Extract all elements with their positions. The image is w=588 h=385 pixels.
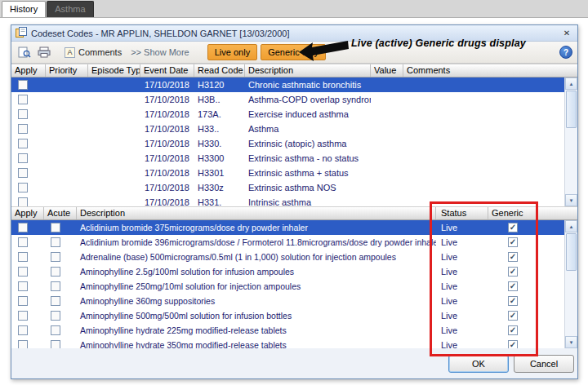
filler-cell <box>537 294 564 308</box>
status-cell: Live <box>436 264 488 279</box>
acute-checkbox[interactable] <box>51 311 60 321</box>
apply-checkbox[interactable] <box>18 267 28 277</box>
drug-row[interactable]: Aclidinium bromide 375micrograms/dose dr… <box>11 220 564 235</box>
description-cell: Aminophylline 500mg/500ml solution for i… <box>77 308 436 323</box>
drug-row[interactable]: Aminophylline hydrate 350mg modified-rel… <box>11 338 564 348</box>
code-row[interactable]: 17/10/2018H3120Chronic asthmatic bronchi… <box>11 77 564 92</box>
drugs-scrollbar[interactable]: ▲ ▼ <box>564 220 577 348</box>
apply-checkbox[interactable] <box>18 325 28 335</box>
scroll-up-icon[interactable]: ▲ <box>565 220 577 232</box>
apply-checkbox[interactable] <box>18 80 28 90</box>
show-more-button[interactable]: >> Show More <box>131 47 189 57</box>
close-icon[interactable]: ✕ <box>560 29 573 38</box>
column-header-generic[interactable]: Generic <box>488 207 537 219</box>
apply-checkbox[interactable] <box>18 124 28 134</box>
generic-checkbox[interactable]: ✓ <box>508 340 518 348</box>
column-header-description[interactable]: Description <box>77 207 436 219</box>
code-row[interactable]: 17/10/2018H3B..Asthma-COPD overlap syndr… <box>11 92 564 107</box>
drug-row[interactable]: Aminophylline 250mg/10ml solution for in… <box>11 279 564 294</box>
apply-checkbox[interactable] <box>18 139 28 148</box>
code-row[interactable]: 17/10/2018173A.Exercise induced asthma <box>11 107 564 122</box>
acute-checkbox[interactable] <box>51 267 60 277</box>
priority-cell <box>46 92 88 107</box>
live-only-button[interactable]: Live only <box>207 44 257 60</box>
apply-checkbox[interactable] <box>18 252 28 262</box>
apply-checkbox[interactable] <box>18 197 28 206</box>
column-header-priority[interactable]: Priority <box>46 64 88 77</box>
comments-button[interactable]: Comments <box>60 46 126 60</box>
acute-checkbox[interactable] <box>51 296 60 306</box>
generic-checkbox[interactable]: ✓ <box>508 267 518 277</box>
drug-row[interactable]: Aminophylline 360mg suppositoriesLive✓ <box>11 294 564 308</box>
apply-cell <box>11 338 44 348</box>
generic-checkbox[interactable]: ✓ <box>508 223 518 232</box>
column-header-acute[interactable]: Acute <box>44 207 77 219</box>
apply-checkbox[interactable] <box>18 183 28 192</box>
acute-checkbox[interactable] <box>51 281 60 291</box>
apply-checkbox[interactable] <box>18 153 28 163</box>
acute-cell <box>44 250 77 264</box>
drug-row[interactable]: Adrenaline (base) 500micrograms/0.5ml (1… <box>11 250 564 264</box>
drug-row[interactable]: Aminophylline 500mg/500ml solution for i… <box>11 308 564 323</box>
code-row[interactable]: 17/10/2018H330.Extrinsic (atopic) asthma <box>11 136 564 151</box>
episode-type-cell <box>88 180 140 195</box>
scrollbar-thumb[interactable] <box>566 233 577 271</box>
comments-cell <box>403 195 564 206</box>
search-report-icon[interactable] <box>16 45 33 60</box>
apply-checkbox[interactable] <box>18 223 28 232</box>
apply-checkbox[interactable] <box>18 296 28 306</box>
apply-checkbox[interactable] <box>18 237 28 247</box>
apply-checkbox[interactable] <box>18 109 28 119</box>
apply-checkbox[interactable] <box>18 311 28 321</box>
column-header-description[interactable]: Description <box>245 64 371 77</box>
generic-checkbox[interactable]: ✓ <box>508 311 518 321</box>
apply-checkbox[interactable] <box>18 168 28 178</box>
generic-checkbox[interactable]: ✓ <box>508 237 518 247</box>
generic-checkbox[interactable]: ✓ <box>508 281 518 291</box>
column-header-apply[interactable]: Apply <box>11 207 44 219</box>
help-icon[interactable]: ? <box>559 46 572 59</box>
generic-only-button[interactable]: Generic only <box>261 44 326 60</box>
column-header-comments[interactable]: Comments <box>403 64 577 77</box>
column-header-apply[interactable]: Apply <box>11 64 46 77</box>
generic-checkbox[interactable]: ✓ <box>508 296 518 306</box>
code-row[interactable]: 17/10/2018H330zExtrinsic asthma NOS <box>11 180 564 195</box>
apply-checkbox[interactable] <box>18 95 28 104</box>
acute-checkbox[interactable] <box>51 252 60 262</box>
scroll-down-icon[interactable]: ▼ <box>565 336 577 348</box>
generic-checkbox[interactable]: ✓ <box>508 252 518 262</box>
apply-checkbox[interactable] <box>18 340 28 348</box>
column-header-status[interactable]: Status <box>436 207 488 219</box>
scrollbar-track[interactable] <box>565 272 577 336</box>
acute-checkbox[interactable] <box>51 325 60 335</box>
column-header-read-code[interactable]: Read Code <box>194 64 245 77</box>
description-cell: Aminophylline hydrate 350mg modified-rel… <box>77 338 436 348</box>
comments-cell <box>403 122 564 136</box>
drug-row[interactable]: Aminophylline 2.5g/100ml solution for in… <box>11 264 564 279</box>
generic-checkbox[interactable]: ✓ <box>508 325 518 335</box>
acute-checkbox[interactable] <box>51 223 60 232</box>
drug-row[interactable]: Aminophylline hydrate 225mg modified-rel… <box>11 323 564 338</box>
column-header-event-date[interactable]: Event Date <box>140 64 194 77</box>
code-row[interactable]: 17/10/2018H331.Intrinsic asthma <box>11 195 564 206</box>
tab-history[interactable]: History <box>2 1 46 17</box>
scrollbar-track[interactable] <box>565 129 577 194</box>
ok-button[interactable]: OK <box>448 355 509 373</box>
column-header-value[interactable]: Value <box>371 64 403 77</box>
tab-asthma[interactable]: Asthma <box>47 1 93 17</box>
apply-checkbox[interactable] <box>18 281 28 291</box>
cancel-button[interactable]: Cancel <box>514 355 574 373</box>
acute-checkbox[interactable] <box>51 237 60 247</box>
episode-type-cell <box>88 136 140 151</box>
scroll-up-icon[interactable]: ▲ <box>565 77 577 90</box>
codes-scrollbar[interactable]: ▲ ▼ <box>564 77 577 206</box>
code-row[interactable]: 17/10/2018H3301Extrinsic asthma + status <box>11 166 564 180</box>
scrollbar-thumb[interactable] <box>566 91 577 128</box>
print-icon[interactable] <box>36 45 52 60</box>
scroll-down-icon[interactable]: ▼ <box>565 194 577 206</box>
acute-checkbox[interactable] <box>51 340 60 348</box>
code-row[interactable]: 17/10/2018H33..Asthma <box>11 122 564 136</box>
drug-row[interactable]: Aclidinium bromide 396micrograms/dose / … <box>11 235 564 250</box>
column-header-episode-type[interactable]: Episode Type <box>88 64 140 77</box>
code-row[interactable]: 17/10/2018H3300Extrinsic asthma - no sta… <box>11 151 564 166</box>
